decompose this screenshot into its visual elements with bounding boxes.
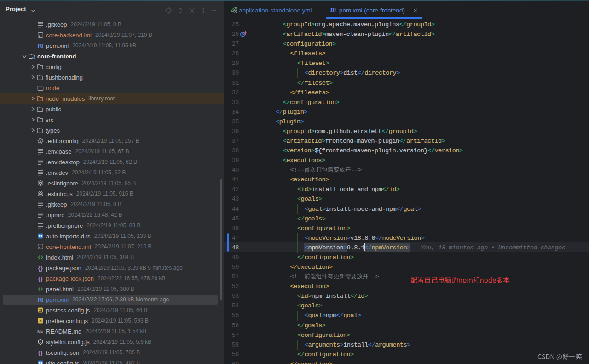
svg-text:JS: JS: [39, 319, 43, 323]
svg-text:}: }: [40, 265, 43, 272]
svg-text:}: }: [40, 349, 43, 356]
svg-text:JS: JS: [39, 309, 43, 312]
svg-text:TS: TS: [39, 362, 43, 364]
svg-text:M: M: [37, 329, 41, 334]
svg-text:}: }: [40, 275, 43, 282]
svg-text:TS: TS: [39, 235, 43, 238]
